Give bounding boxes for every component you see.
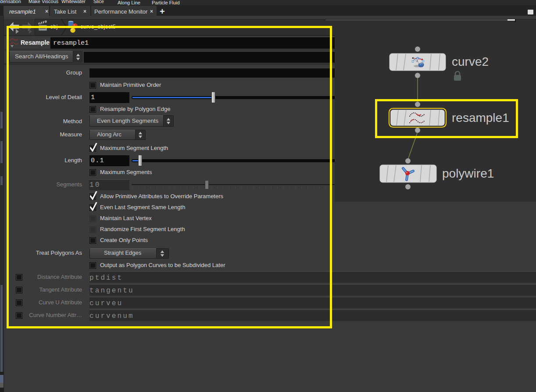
svg-text:polywire1: polywire1	[442, 167, 494, 180]
svg-text:curve2: curve2	[452, 55, 489, 68]
